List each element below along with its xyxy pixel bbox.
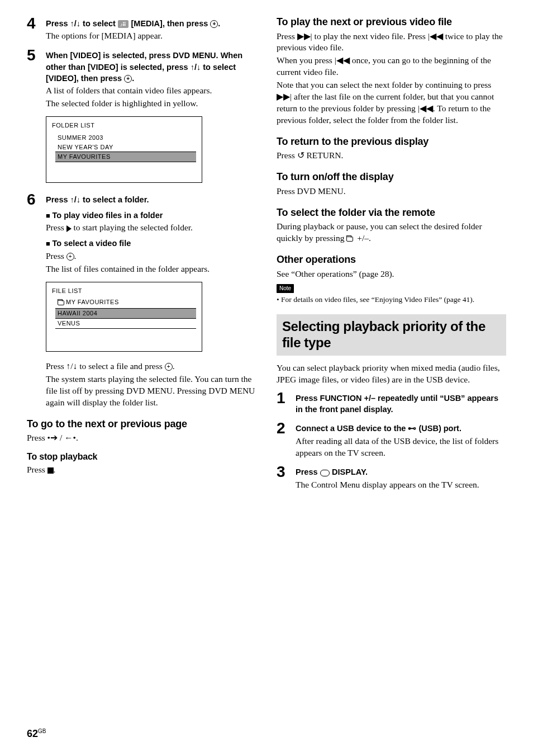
text: (USB) port. bbox=[416, 424, 461, 433]
list-item: SUMMER 2003 bbox=[55, 133, 196, 143]
sub-heading-select-file: To select a video file bbox=[46, 238, 256, 249]
section-intro: You can select playback priority when mi… bbox=[277, 362, 506, 386]
sub2-body1: Press +. bbox=[46, 251, 256, 262]
enter-icon: + bbox=[210, 20, 218, 28]
screen-title: FOLDER LIST bbox=[52, 121, 196, 130]
down-arrow-icon: ↓ bbox=[77, 19, 80, 28]
dot-right-icon: •➔ bbox=[47, 433, 58, 442]
text: Press bbox=[27, 465, 47, 474]
enter-icon: + bbox=[66, 253, 74, 261]
after-screen2-p1: Press ↑/↓ to select a file and press +. bbox=[46, 361, 256, 372]
return-icon: ↺ bbox=[297, 150, 304, 162]
step-number: 6 bbox=[27, 192, 39, 275]
section-title-box: Selecting playback priority of the file … bbox=[277, 314, 506, 356]
prev-track-icon: |◀◀ bbox=[335, 55, 350, 65]
enter-icon: + bbox=[124, 75, 132, 83]
play-p2: When you press |◀◀ once, you can go to t… bbox=[277, 55, 506, 78]
heading-stop-playback: To stop playback bbox=[27, 451, 256, 463]
step-number: 2 bbox=[277, 420, 289, 459]
other-body: See “Other operations” (page 28). bbox=[277, 268, 506, 280]
text: to select a file and press bbox=[77, 361, 164, 371]
note-badge: Note bbox=[277, 284, 294, 293]
text: Press bbox=[46, 251, 66, 261]
step5-body1: A list of folders that contain video fil… bbox=[46, 85, 256, 97]
prev-track-icon: |◀◀ bbox=[418, 103, 433, 113]
return-body: Press ↺ RETURN. bbox=[277, 150, 506, 162]
text: to select bbox=[80, 19, 118, 28]
stop-body: Press . bbox=[27, 464, 256, 476]
sub1-body: Press to start playing the selected fold… bbox=[46, 222, 256, 234]
up-arrow-icon: ↑ bbox=[70, 19, 74, 28]
folder-name: MY FAVOURITES bbox=[66, 299, 119, 305]
heading-select-folder-remote: To select the folder via the remote bbox=[277, 206, 506, 219]
display-button-icon bbox=[320, 470, 330, 476]
text: Press bbox=[277, 150, 297, 160]
step-number: 4 bbox=[27, 16, 39, 42]
rstep2-body: After reading all data of the USB device… bbox=[296, 436, 506, 459]
text: RETURN. bbox=[304, 150, 344, 160]
text: / bbox=[58, 433, 64, 442]
text: [MEDIA], then press bbox=[131, 19, 211, 28]
heading-other-ops: Other operations bbox=[277, 253, 506, 266]
next-track-icon: ▶▶| bbox=[297, 31, 312, 41]
step4-body: The options for [MEDIA] appear. bbox=[46, 30, 256, 42]
step-number: 5 bbox=[27, 48, 39, 110]
page-number-value: 62 bbox=[27, 728, 38, 739]
enter-icon: + bbox=[165, 363, 173, 371]
list-item-selected: HAWAII 2004 bbox=[55, 309, 196, 319]
file-list-screen: FILE LIST MY FAVOURITES HAWAII 2004 VENU… bbox=[46, 282, 202, 352]
text: Press bbox=[46, 19, 70, 28]
heading-return-display: To return to the previous display bbox=[277, 135, 506, 148]
text: +/–. bbox=[355, 233, 371, 243]
step5-instruction: When [VIDEO] is selected, press DVD MENU… bbox=[46, 50, 256, 84]
text: . bbox=[218, 19, 220, 28]
onoff-body: Press DVD MENU. bbox=[277, 186, 506, 197]
text: Press bbox=[277, 31, 297, 41]
usb-icon: ⊷ bbox=[408, 424, 416, 433]
folder-row: MY FAVOURITES bbox=[55, 298, 196, 308]
next-prev-body: Press •➔ / ←•. bbox=[27, 432, 256, 444]
text: When you press bbox=[277, 55, 335, 65]
rstep2-instruction: Connect a USB device to the ⊷ (USB) port… bbox=[296, 423, 506, 434]
text: to start playing the selected folder. bbox=[72, 223, 193, 232]
screen-title: FILE LIST bbox=[52, 287, 196, 295]
after-screen2-p2: The system starts playing the selected f… bbox=[46, 374, 256, 409]
stop-icon bbox=[47, 467, 54, 474]
sub2-body2: The list of files contained in the folde… bbox=[46, 263, 256, 275]
select-folder-body: During playback or pause, you can select… bbox=[277, 221, 506, 244]
list-item: VENUS bbox=[55, 319, 196, 329]
right-step-3: 3 Press DISPLAY. The Control Menu displa… bbox=[277, 464, 506, 490]
text: . bbox=[76, 433, 78, 442]
sub-heading-play-folder: To play video files in a folder bbox=[46, 210, 256, 221]
step4-instruction: Press ↑/↓ to select ♪⠿ [MEDIA], then pre… bbox=[46, 18, 256, 29]
heading-onoff-display: To turn on/off the display bbox=[277, 171, 506, 183]
media-icon: ♪⠿ bbox=[118, 20, 129, 28]
right-step-2: 2 Connect a USB device to the ⊷ (USB) po… bbox=[277, 420, 506, 459]
play-icon bbox=[66, 225, 72, 232]
page-number: 62GB bbox=[27, 727, 46, 740]
text: Press bbox=[46, 361, 66, 371]
play-p3: Note that you can select the next folder… bbox=[277, 79, 506, 126]
folder-list-screen: FOLDER LIST SUMMER 2003 NEW YEAR'S DAY M… bbox=[46, 116, 202, 183]
right-step-1: 1 Press FUNCTION +/– repeatedly until “U… bbox=[277, 390, 506, 415]
step5-body2: The selected folder is highlighted in ye… bbox=[46, 98, 256, 110]
list-item: NEW YEAR'S DAY bbox=[55, 143, 196, 153]
text: Press bbox=[296, 467, 320, 476]
page-region: GB bbox=[38, 728, 46, 734]
step6-instruction: Press ↑/↓ to select a folder. bbox=[46, 194, 256, 205]
text: When [VIDEO] is selected, press DVD MENU… bbox=[46, 51, 242, 83]
list-item-selected: MY FAVOURITES bbox=[55, 152, 196, 162]
text: During playback or pause, you can select… bbox=[277, 221, 482, 243]
rstep1-instruction: Press FUNCTION +/– repeatedly until “USB… bbox=[296, 393, 506, 415]
heading-play-next-prev: To play the next or previous video file bbox=[277, 16, 506, 29]
section-title: Selecting playback priority of the file … bbox=[282, 319, 501, 351]
text: Note that you can select the next folder… bbox=[277, 80, 491, 89]
text: Connect a USB device to the bbox=[296, 424, 408, 433]
text: Press bbox=[27, 433, 47, 442]
text: to play the next video file. Press bbox=[312, 31, 428, 41]
text: DISPLAY. bbox=[330, 467, 368, 476]
step-5: 5 When [VIDEO] is selected, press DVD ME… bbox=[27, 48, 256, 110]
dot-left-icon: ←• bbox=[64, 433, 76, 442]
rstep3-body: The Control Menu display appears on the … bbox=[296, 479, 506, 491]
step-number: 1 bbox=[277, 390, 289, 415]
